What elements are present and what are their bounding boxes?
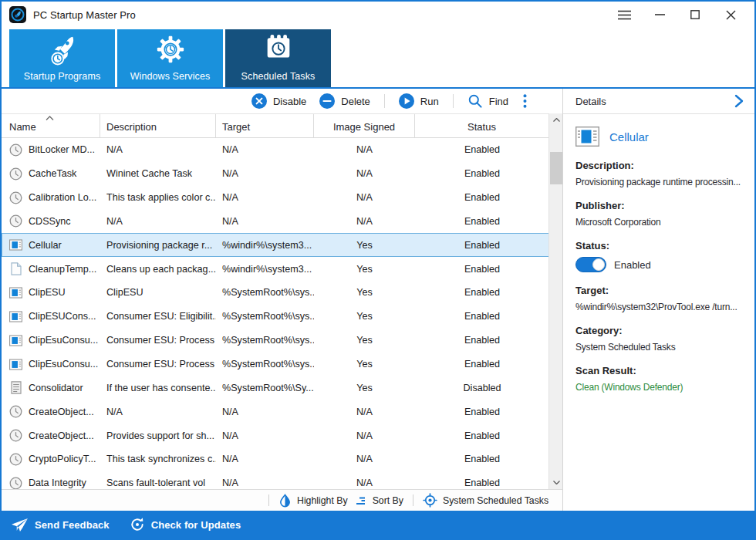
sort-by-button[interactable]: Sort By: [354, 495, 403, 506]
table-row[interactable]: ClipEsuConsu... Consumer ESU: Process ..…: [2, 353, 549, 376]
task-status: Enabled: [415, 192, 549, 203]
task-name: CacheTask: [29, 168, 76, 179]
table-row[interactable]: ClipEsuConsu... Consumer ESU: Process ..…: [2, 329, 549, 353]
table-row[interactable]: CleanupTemp... Cleans up each packag... …: [2, 257, 549, 281]
task-description: Consumer ESU: Process ...: [100, 359, 216, 370]
toolbar-separator: [453, 94, 454, 108]
table-row[interactable]: CreateObject... N/A N/A N/A Enabled: [2, 400, 549, 424]
table-row[interactable]: Data Integrity Scans fault-tolerant vol …: [2, 471, 549, 489]
check-updates-label: Check for Updates: [151, 519, 241, 531]
task-image-signed: Yes: [314, 383, 415, 393]
status-toggle[interactable]: [575, 257, 606, 272]
task-image-signed: N/A: [314, 168, 415, 179]
tab-windows-services[interactable]: Windows Services: [117, 29, 223, 87]
sort-icon: [354, 495, 367, 506]
table-row[interactable]: CreateObject... Provides support for sh.…: [2, 424, 549, 447]
column-header-description[interactable]: Description: [100, 114, 216, 137]
task-status: Enabled: [415, 454, 549, 464]
task-name: BitLocker MD...: [29, 144, 95, 155]
clock-task-icon: [9, 167, 22, 181]
task-type-icon: [9, 334, 22, 347]
tab-strip: Startup Programs: [2, 28, 754, 87]
disable-button[interactable]: Disable: [248, 93, 309, 109]
task-image-signed: N/A: [314, 430, 415, 441]
details-title: Details: [575, 96, 606, 107]
tab-startup-programs[interactable]: Startup Programs: [9, 29, 115, 87]
task-description: Provisioning package r...: [100, 240, 216, 251]
table-row[interactable]: CryptoPolicyT... This task synchronizes …: [2, 447, 549, 471]
delete-label: Delete: [341, 96, 370, 107]
task-name-cell: CacheTask: [2, 167, 100, 181]
category-value: System Scheduled Tasks: [575, 342, 744, 353]
task-description: This task synchronizes c...: [100, 454, 216, 464]
task-name-cell: Calibration Lo...: [2, 191, 100, 204]
column-label: Image Signed: [333, 121, 395, 133]
scrollbar-thumb[interactable]: [550, 152, 562, 184]
highlight-by-button[interactable]: Highlight By: [278, 494, 348, 508]
task-name-cell: Data Integrity: [2, 477, 100, 489]
collapse-panel-chevron-icon[interactable]: [734, 94, 744, 108]
task-target: N/A: [216, 144, 314, 155]
task-name: Calibration Lo...: [29, 192, 96, 203]
highlight-by-label: Highlight By: [297, 495, 348, 506]
table-row[interactable]: Calibration Lo... This task applies colo…: [2, 186, 549, 210]
app-task-icon: [9, 335, 22, 346]
table-row[interactable]: CacheTask Wininet Cache Task N/A N/A Ena…: [2, 162, 549, 186]
task-description: If the user has consente...: [100, 383, 216, 393]
task-type-icon: [9, 262, 22, 275]
find-button[interactable]: Find: [464, 93, 511, 109]
details-pane: Details Cellular Description: Provisioni…: [563, 89, 754, 511]
table-row[interactable]: CDSSync N/A N/A N/A Enabled: [2, 210, 549, 234]
status-row: Enabled: [575, 257, 744, 272]
app-window-icon: [575, 127, 599, 147]
delete-button[interactable]: Delete: [316, 93, 373, 109]
task-description: N/A: [100, 407, 216, 417]
category-filter-button[interactable]: System Scheduled Tasks: [423, 493, 548, 508]
column-label: Description: [106, 121, 157, 133]
table-row[interactable]: Cellular Provisioning package r... %wind…: [2, 233, 549, 257]
task-name-cell: CreateObject...: [2, 429, 100, 442]
task-image-signed: N/A: [314, 478, 415, 488]
table-row[interactable]: ClipESUCons... Consumer ESU: Eligibilit.…: [2, 305, 549, 329]
send-feedback-button[interactable]: Send Feedback: [11, 518, 110, 532]
task-name-cell: CDSSync: [2, 214, 100, 228]
table-row[interactable]: Consolidator If the user has consente...…: [2, 376, 549, 400]
vertical-scrollbar[interactable]: [548, 113, 562, 489]
table-row[interactable]: BitLocker MD... N/A N/A N/A Enabled: [2, 138, 549, 162]
column-header-status[interactable]: Status: [415, 114, 549, 137]
scroll-down-icon[interactable]: [549, 476, 563, 489]
hamburger-icon[interactable]: [606, 3, 642, 26]
task-target: %SystemRoot%\sys...: [216, 287, 314, 298]
minimize-icon[interactable]: [642, 3, 677, 26]
tab-scheduled-tasks[interactable]: Scheduled Tasks: [225, 29, 331, 87]
table-row[interactable]: ClipESU ClipESU %SystemRoot%\sys... Yes …: [2, 281, 549, 305]
close-icon[interactable]: [713, 3, 748, 26]
task-image-signed: Yes: [314, 359, 415, 370]
scroll-up-icon[interactable]: [549, 113, 563, 127]
task-status: Enabled: [415, 359, 549, 370]
task-target: %SystemRoot%\sys...: [216, 311, 314, 322]
column-header-target[interactable]: Target: [216, 114, 314, 137]
footer-bar: Send Feedback Check for Updates: [2, 511, 754, 538]
task-type-icon: [9, 405, 22, 418]
check-updates-button[interactable]: Check for Updates: [130, 517, 241, 532]
selected-task-header: Cellular: [575, 127, 744, 147]
task-name-cell: Cellular: [2, 238, 100, 251]
scope-icon: [423, 493, 437, 508]
category-filter-label: System Scheduled Tasks: [443, 495, 548, 506]
app-logo-icon: [9, 6, 26, 23]
task-name: ClipESU: [29, 287, 66, 298]
clock-task-icon: [9, 143, 22, 157]
tab-label: Windows Services: [130, 71, 211, 82]
task-image-signed: Yes: [314, 287, 415, 298]
column-header-name[interactable]: Name: [2, 114, 100, 137]
sort-ascending-icon: [46, 116, 54, 120]
column-header-image-signed[interactable]: Image Signed: [314, 114, 415, 137]
maximize-icon[interactable]: [677, 3, 713, 26]
task-type-icon: [9, 310, 22, 323]
description-value: Provisioning package runtime processin..…: [575, 177, 744, 187]
refresh-icon: [130, 517, 145, 532]
kebab-menu-icon[interactable]: [518, 94, 532, 108]
task-name: CreateObject...: [29, 407, 94, 417]
run-button[interactable]: Run: [396, 93, 442, 109]
